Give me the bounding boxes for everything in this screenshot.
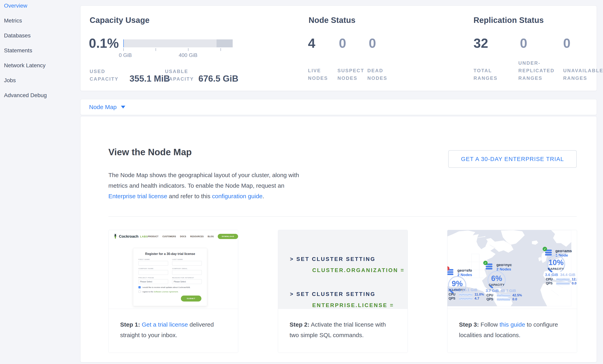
- sidebar-item-statements[interactable]: Statements: [4, 47, 76, 62]
- step1-card: Cockroach LABS PRODUCT CUSTOMERS DOCS RE…: [108, 230, 238, 353]
- configuration-guide-link[interactable]: configuration guide: [212, 193, 263, 199]
- get-trial-license-link[interactable]: Get a trial license: [142, 321, 188, 328]
- email-updates-label: I would like to receive email updates ab…: [142, 286, 190, 288]
- cockroach-labs-logo: Cockroach LABS: [113, 234, 148, 239]
- enterprise-trial-license-link[interactable]: Enterprise trial license: [108, 193, 167, 199]
- sidebar-item-databases[interactable]: Databases: [4, 33, 76, 47]
- company-email-field: [172, 270, 202, 275]
- first-name-field: [139, 261, 168, 266]
- axis-label-400gib: 400 GiB: [179, 52, 197, 58]
- last-name-field: [172, 261, 202, 266]
- this-guide-link[interactable]: this guide: [499, 321, 525, 328]
- node-map-view-dropdown[interactable]: Node Map: [89, 104, 125, 110]
- sql-line-3: > SET CLUSTER SETTING: [290, 288, 405, 300]
- first-name-label: FIRST NAME: [139, 259, 168, 260]
- sidebar-item-overview[interactable]: Overview: [4, 3, 76, 18]
- cpu-value: 42.5%: [512, 293, 522, 297]
- sidebar-item-jobs[interactable]: Jobs: [4, 77, 76, 92]
- suspect-nodes-label: SUSPECT NODES: [337, 67, 363, 82]
- replication-status-title: Replication Status: [474, 16, 544, 25]
- qps-label: QPS: [546, 282, 554, 285]
- cpu-sparkline: [459, 293, 473, 296]
- under-replicated-ranges-value: 0: [520, 36, 527, 51]
- capacity-percent: 6%: [487, 274, 506, 283]
- check-icon: ✓: [483, 261, 488, 265]
- locality-name: geo=sfo: [457, 268, 472, 273]
- live-nodes-value: 4: [308, 36, 315, 51]
- node-map-preview: 1 geo=sfo 2 Nodes: [447, 230, 577, 309]
- last-name-label: LAST NAME: [172, 259, 202, 260]
- description-text: .: [263, 193, 264, 199]
- step1-label: Step 1:: [120, 321, 140, 328]
- description-text: and refer to this: [167, 193, 212, 199]
- qps-value: 0.0: [572, 281, 577, 285]
- capacity-label: CAPACITY: [487, 283, 506, 286]
- step2-card: > SET CLUSTER SETTING CLUSTER.ORGANIZATI…: [278, 230, 408, 353]
- capacity-label: CAPACITY: [546, 267, 566, 270]
- dead-nodes-value: 0: [369, 36, 376, 51]
- divider: [108, 216, 577, 217]
- axis-tick: [188, 48, 188, 51]
- cpu-value: 11.0%: [475, 293, 484, 297]
- qps-sparkline: [556, 282, 570, 285]
- reason-for-interest-select: Please Select: [172, 279, 202, 284]
- step3-label: Step 3:: [459, 321, 479, 328]
- usable-capacity-label: USABLE CAPACITY: [165, 68, 193, 83]
- locality-name: geo=nyc: [497, 263, 512, 267]
- axis-tick: [123, 48, 124, 51]
- usable-capacity-value: 676.5 GiB: [198, 74, 238, 84]
- unavailable-ranges-label: UNAVAILABLE RANGES: [563, 67, 603, 82]
- axis-tick: [220, 48, 221, 51]
- sidebar-item-metrics[interactable]: Metrics: [4, 18, 76, 33]
- email-updates-checkbox: ✓: [139, 286, 141, 288]
- cluster-stats-panel: Capacity Usage 0.1% 0 GiB 400 GiB USED C…: [80, 6, 597, 91]
- cpu-label: CPU: [546, 278, 554, 281]
- license-agreement-checkbox: [139, 291, 141, 293]
- sql-line-1: > SET CLUSTER SETTING: [290, 254, 405, 265]
- total-ranges-label: TOTAL RANGES: [474, 67, 499, 82]
- cpu-label: CPU: [487, 294, 495, 297]
- chevron-down-icon: [121, 106, 125, 109]
- company-email-label: COMPANY EMAIL: [172, 268, 202, 269]
- minisite-download-button: DOWNLOAD: [218, 234, 238, 239]
- step2-caption: Step 2: Activate the trial license with …: [278, 309, 407, 353]
- capacity-usage-bar-chart: 0 GiB 400 GiB: [123, 39, 233, 63]
- enterprise-trial-button[interactable]: GET A 30-DAY ENTERPRISE TRIAL: [448, 150, 577, 168]
- capacity-bar-other-segment: [217, 39, 233, 47]
- capacity-percent: 9%: [447, 279, 467, 288]
- capacity-bar-track: [123, 39, 233, 47]
- used-capacity-value: 355.1 MiB: [129, 74, 170, 84]
- step3-card: 1 geo=sfo 2 Nodes: [447, 230, 577, 353]
- capacity-percent: 10%: [546, 258, 566, 267]
- minisite-nav-docs: DOCS: [180, 235, 186, 238]
- sidebar-item-network-latency[interactable]: Network Latency: [4, 62, 76, 77]
- sidebar-item-advanced-debug[interactable]: Advanced Debug: [4, 92, 76, 107]
- qps-label: QPS: [449, 297, 457, 300]
- project-phase-label: PROJECT PHASE: [139, 277, 168, 279]
- step2-label: Step 2:: [290, 321, 310, 328]
- used-gib: 3.6 GiB: [545, 273, 558, 277]
- step2-sql-snippet: > SET CLUSTER SETTING CLUSTER.ORGANIZATI…: [278, 230, 407, 309]
- capacity-usage-percent: 0.1%: [89, 36, 119, 51]
- qps-sparkline: [497, 298, 510, 301]
- capacity-usage-title: Capacity Usage: [90, 16, 150, 25]
- suspect-nodes-value: 0: [339, 36, 346, 51]
- qps-label: QPS: [487, 298, 495, 301]
- check-icon: ✓: [543, 247, 547, 251]
- used-capacity-label: USED CAPACITY: [90, 68, 124, 83]
- axis-tick: [156, 48, 156, 51]
- submit-button: SUBMIT: [181, 296, 202, 301]
- form-title: Register for a 30-day trial license: [139, 252, 202, 256]
- step1-screenshot: Cockroach LABS PRODUCT CUSTOMERS DOCS RE…: [109, 230, 238, 309]
- node-status-title: Node Status: [309, 16, 356, 25]
- capacity-bar-used-fill: [123, 39, 124, 47]
- used-gib: 3.7 GiB: [486, 288, 499, 293]
- sql-line-4: ENTERPRISE.LICENSE =: [290, 300, 405, 309]
- minisite-nav-resources: RESOURCES: [190, 235, 204, 238]
- sidebar: Overview Metrics Databases Statements Ne…: [4, 3, 76, 107]
- locality-name: geo=ams: [555, 249, 572, 253]
- software-license-agreement-link: Software License Agreement.: [154, 291, 178, 293]
- step1-caption: Step 1: Get a trial license delivered st…: [109, 309, 238, 353]
- sql-line-2: CLUSTER.ORGANIZATION =: [290, 265, 405, 276]
- node-map-view-label: Node Map: [89, 104, 116, 110]
